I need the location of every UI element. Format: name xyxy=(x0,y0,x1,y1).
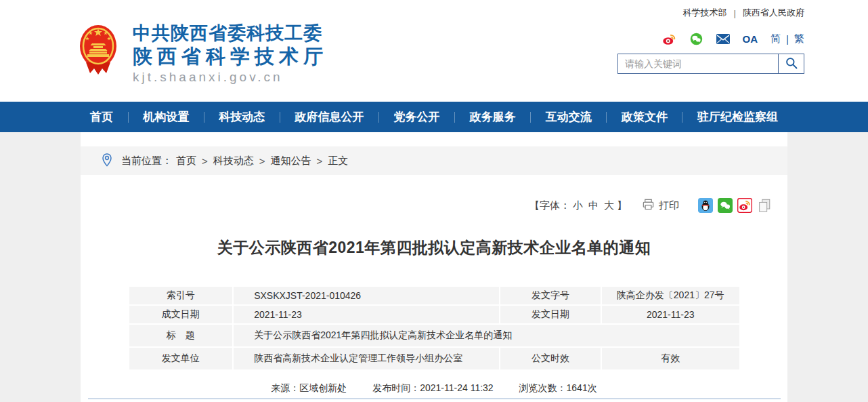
nav-item-interaction[interactable]: 互动交流 xyxy=(546,109,592,125)
breadcrumb-news[interactable]: 科技动态 xyxy=(213,155,254,167)
wechat-icon[interactable] xyxy=(689,32,703,46)
meta-value-index: SXSKXJST-2021-010426 xyxy=(233,286,500,305)
breadcrumb-home[interactable]: 首页 xyxy=(176,155,196,167)
main-nav: 首页 机构设置 科技动态 政府信息公开 党务公开 政务服务 互动交流 政策文件 … xyxy=(0,102,868,132)
nav-separator xyxy=(606,112,607,123)
article-toolbar: 【字体： 小 中 大 】 打印 xyxy=(81,198,787,213)
breadcrumb-prefix: 当前位置： xyxy=(121,155,172,167)
breadcrumb-separator: > xyxy=(202,155,208,167)
mail-icon[interactable] xyxy=(716,34,730,44)
font-size-prefix: 【字体： xyxy=(529,199,570,212)
copy-icon[interactable] xyxy=(757,198,772,213)
meta-label-validity: 公文时效 xyxy=(500,347,601,370)
nav-separator xyxy=(280,112,280,123)
font-size-large[interactable]: 大 xyxy=(604,199,614,212)
font-size-medium[interactable]: 中 xyxy=(588,199,599,212)
lang-divider: | xyxy=(786,33,789,45)
site-logo[interactable]: 中共陕西省委科技工委 陕西省科学技术厅 kjt.shaanxi.gov.cn xyxy=(77,23,328,85)
breadcrumb-current: 正文 xyxy=(328,155,348,167)
nav-item-gov-info[interactable]: 政府信息公开 xyxy=(295,109,364,125)
source-label: 来源：区域创新处 xyxy=(271,382,347,393)
breadcrumb-separator: > xyxy=(259,155,265,167)
table-row: 索引号 SXSKXJST-2021-010426 发文字号 陕高企办发〔2021… xyxy=(129,286,740,305)
lang-simplified[interactable]: 简 xyxy=(771,33,781,45)
nav-separator xyxy=(530,112,531,123)
top-bar: 科学技术部 | 陕西省人民政府 xyxy=(683,7,804,19)
nav-separator xyxy=(128,112,129,123)
header-right: OA 简 | 繁 xyxy=(617,31,804,74)
nav-item-home[interactable]: 首页 xyxy=(90,109,113,125)
meta-value-title: 关于公示陕西省2021年第四批拟认定高新技术企业名单的通知 xyxy=(233,324,739,347)
views-label: 浏览次数：1641次 xyxy=(519,382,597,393)
lang-traditional[interactable]: 繁 xyxy=(794,33,804,45)
nav-item-services[interactable]: 政务服务 xyxy=(470,109,516,125)
nav-separator xyxy=(454,112,455,123)
weibo-icon[interactable] xyxy=(662,32,676,46)
nav-separator xyxy=(378,112,379,123)
meta-value-validity: 有效 xyxy=(601,347,740,370)
nav-item-org[interactable]: 机构设置 xyxy=(143,109,189,125)
share-qq-icon[interactable] xyxy=(698,198,713,213)
share-icons xyxy=(698,198,772,213)
org-name-line1: 中共陕西省委科技工委 xyxy=(133,23,328,44)
org-name-line2: 陕西省科学技术厅 xyxy=(133,45,328,68)
meta-value-issue-date: 2021-11-23 xyxy=(601,305,740,324)
search-box xyxy=(617,54,804,74)
nav-item-party[interactable]: 党务公开 xyxy=(394,109,440,125)
breadcrumb-separator: > xyxy=(317,155,323,167)
content-divider xyxy=(88,398,781,399)
table-row: 标 题 关于公示陕西省2021年第四批拟认定高新技术企业名单的通知 xyxy=(129,324,740,347)
link-most[interactable]: 科学技术部 xyxy=(683,7,727,19)
font-size-small[interactable]: 小 xyxy=(573,199,583,212)
site-url: kjt.shaanxi.gov.cn xyxy=(133,70,328,85)
breadcrumb-notices[interactable]: 通知公告 xyxy=(271,155,311,167)
link-shaanxi-gov[interactable]: 陕西省人民政府 xyxy=(743,7,804,19)
nav-item-policy[interactable]: 政策文件 xyxy=(622,109,668,125)
search-input[interactable] xyxy=(618,58,778,69)
breadcrumb: 当前位置： 首页 > 科技动态 > 通知公告 > 正文 xyxy=(81,146,787,175)
article-source-row: 来源：区域创新处 发布时间：2021-11-24 11:32 浏览次数：1641… xyxy=(81,382,787,395)
location-pin-icon xyxy=(101,153,113,169)
oa-link[interactable]: OA xyxy=(743,33,758,45)
print-button[interactable]: 打印 xyxy=(642,198,679,213)
table-row: 成文日期 2021-11-23 发文日期 2021-11-23 xyxy=(129,305,740,324)
content-card: 当前位置： 首页 > 科技动态 > 通知公告 > 正文 【字体： 小 中 大 】… xyxy=(81,132,787,402)
search-button[interactable] xyxy=(778,54,804,73)
meta-value-issuer: 陕西省高新技术企业认定管理工作领导小组办公室 xyxy=(233,347,500,370)
top-links-divider: | xyxy=(734,8,736,18)
meta-label-issue-date: 发文日期 xyxy=(500,305,601,324)
meta-value-written-date: 2021-11-23 xyxy=(233,305,500,324)
meta-label-index: 索引号 xyxy=(129,286,234,305)
meta-value-doc-number: 陕高企办发〔2021〕27号 xyxy=(601,286,740,305)
nav-item-discipline[interactable]: 驻厅纪检监察组 xyxy=(697,109,778,125)
meta-label-issuer: 发文单位 xyxy=(129,347,234,370)
meta-label-title: 标 题 xyxy=(129,324,234,347)
nav-item-news[interactable]: 科技动态 xyxy=(219,109,265,125)
nav-separator xyxy=(682,112,682,123)
font-size-suffix: 】 xyxy=(617,199,627,212)
quick-icons-row: OA 简 | 繁 xyxy=(617,31,804,46)
printer-icon xyxy=(642,198,655,213)
nav-separator xyxy=(204,112,204,123)
national-emblem-icon xyxy=(77,23,119,80)
share-weibo-icon[interactable] xyxy=(737,198,752,213)
meta-label-written-date: 成文日期 xyxy=(129,305,234,324)
table-row: 发文单位 陕西省高新技术企业认定管理工作领导小组办公室 公文时效 有效 xyxy=(129,347,740,370)
print-label: 打印 xyxy=(659,199,679,212)
language-switch: 简 | 繁 xyxy=(771,33,804,45)
meta-label-doc-number: 发文字号 xyxy=(500,286,601,305)
search-icon xyxy=(785,56,798,72)
share-wechat-icon[interactable] xyxy=(718,198,733,213)
publish-time-label: 发布时间：2021-11-24 11:32 xyxy=(372,382,493,393)
article-title: 关于公示陕西省2021年第四批拟认定高新技术企业名单的通知 xyxy=(81,237,787,258)
document-meta-table: 索引号 SXSKXJST-2021-010426 发文字号 陕高企办发〔2021… xyxy=(128,285,741,371)
org-title-block: 中共陕西省委科技工委 陕西省科学技术厅 kjt.shaanxi.gov.cn xyxy=(133,23,328,85)
